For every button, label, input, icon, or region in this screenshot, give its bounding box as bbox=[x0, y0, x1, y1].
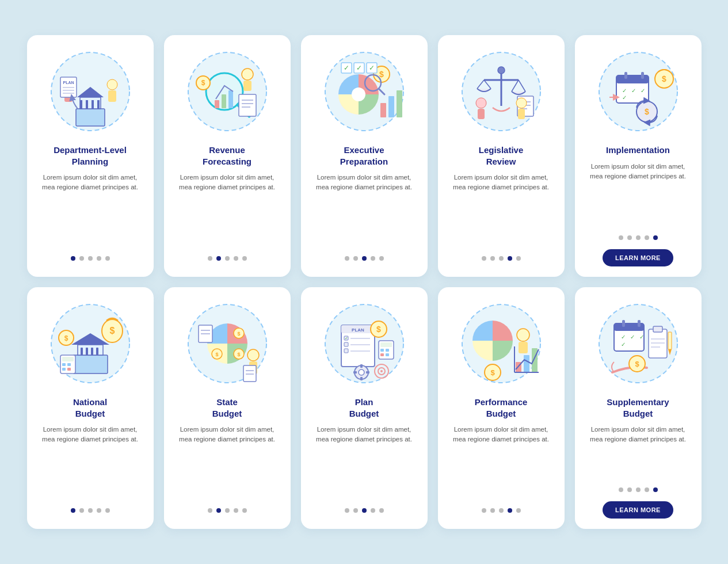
dot-1 bbox=[71, 508, 75, 513]
svg-rect-140 bbox=[360, 377, 363, 380]
dot-5 bbox=[516, 256, 521, 261]
card-national-budget: $ $ National Budget Lorem ipsum dolor si… bbox=[27, 287, 154, 529]
dot-5 bbox=[242, 256, 247, 261]
dot-1 bbox=[345, 508, 349, 513]
svg-text:$: $ bbox=[376, 325, 381, 334]
dot-2 bbox=[627, 487, 632, 492]
svg-rect-167 bbox=[649, 329, 667, 358]
card-desc: Lorem ipsum dolor sit dim amet, mea regi… bbox=[36, 173, 144, 248]
svg-text:✓: ✓ bbox=[621, 341, 626, 348]
svg-point-36 bbox=[352, 87, 365, 101]
card-desc: Lorem ipsum dolor sit dim amet, mea regi… bbox=[173, 173, 281, 248]
svg-rect-141 bbox=[353, 371, 357, 374]
card-title: Executive Preparation bbox=[340, 144, 388, 167]
svg-rect-151 bbox=[524, 355, 529, 372]
dot-3 bbox=[225, 508, 230, 513]
svg-point-145 bbox=[380, 370, 383, 372]
svg-text:✓: ✓ bbox=[639, 334, 644, 340]
card-title: Plan Budget bbox=[349, 397, 379, 419]
dot-4 bbox=[508, 256, 512, 261]
executive-prep-icon: $ ✓ ✓ ✓ bbox=[318, 45, 410, 138]
dot-3 bbox=[362, 256, 367, 261]
dot-1 bbox=[345, 256, 349, 261]
card-supplementary-budget: ✓ ✓ ✓ ✓ $ Supplementary Budget Lorem ips… bbox=[575, 287, 702, 529]
card-dots bbox=[208, 508, 247, 513]
dot-5 bbox=[653, 487, 658, 492]
svg-text:✓: ✓ bbox=[344, 336, 348, 340]
revenue-forecasting-icon: $ bbox=[181, 45, 273, 138]
svg-rect-168 bbox=[653, 326, 662, 332]
svg-rect-111 bbox=[243, 365, 256, 382]
card-executive-prep: $ ✓ ✓ ✓ Executive Preparation Lorem ipsu… bbox=[301, 35, 428, 277]
card-dots bbox=[619, 235, 658, 240]
card-performance-budget: $ Performance Budget Lorem ipsum dolor s… bbox=[438, 287, 565, 529]
dot-2 bbox=[353, 256, 358, 261]
card-title: Performance Budget bbox=[475, 397, 528, 419]
card-state-budget: $ $ $ State Budget Lorem ipsum dolor sit… bbox=[164, 287, 291, 529]
card-title: Supplementary Budget bbox=[607, 397, 669, 419]
dept-planning-icon: PLAN bbox=[44, 45, 136, 138]
svg-text:$: $ bbox=[645, 107, 649, 116]
svg-rect-132 bbox=[380, 342, 392, 347]
card-desc: Lorem ipsum dolor sit dim amet, mea regi… bbox=[447, 173, 555, 248]
svg-rect-4 bbox=[80, 100, 82, 109]
svg-rect-172 bbox=[668, 332, 672, 349]
svg-point-109 bbox=[247, 349, 259, 361]
svg-rect-12 bbox=[108, 90, 116, 102]
svg-rect-142 bbox=[366, 371, 369, 374]
svg-text:✓: ✓ bbox=[622, 87, 627, 94]
card-dept-planning: PLAN Department-Level Planning Lorem ips… bbox=[27, 35, 154, 277]
dot-4 bbox=[97, 508, 101, 513]
card-revenue-forecasting: $ Revenue Forecasting Lorem ipsum dolor … bbox=[164, 35, 291, 277]
dot-5 bbox=[379, 508, 384, 513]
svg-text:$: $ bbox=[635, 360, 639, 368]
svg-rect-134 bbox=[386, 349, 389, 352]
plan-budget-icon: PLAN ✓ $ bbox=[318, 298, 410, 390]
svg-rect-72 bbox=[624, 72, 627, 79]
card-dots bbox=[71, 256, 110, 261]
dot-4 bbox=[371, 508, 375, 513]
learn-more-button[interactable]: LEARN MORE bbox=[603, 249, 673, 266]
svg-point-65 bbox=[516, 98, 527, 108]
legislative-review-icon bbox=[455, 45, 547, 138]
svg-text:PLAN: PLAN bbox=[63, 81, 74, 85]
card-desc: Lorem ipsum dolor sit dim amet, mea regi… bbox=[36, 425, 144, 500]
card-title: National Budget bbox=[73, 397, 107, 419]
svg-text:$: $ bbox=[662, 74, 666, 83]
card-desc: Lorem ipsum dolor sit dim amet, mea regi… bbox=[310, 173, 418, 248]
card-dots bbox=[482, 256, 521, 261]
dot-1 bbox=[208, 508, 212, 513]
learn-more-button-2[interactable]: LEARN MORE bbox=[603, 501, 673, 519]
svg-rect-87 bbox=[86, 348, 88, 355]
svg-point-148 bbox=[517, 329, 529, 341]
svg-text:✓: ✓ bbox=[356, 64, 362, 72]
svg-rect-88 bbox=[91, 348, 93, 355]
dot-3 bbox=[636, 235, 641, 240]
dot-2 bbox=[216, 508, 221, 513]
card-desc: Lorem ipsum dolor sit dim amet, mea regi… bbox=[173, 425, 281, 500]
card-title: Department-Level Planning bbox=[54, 144, 127, 167]
svg-text:$: $ bbox=[109, 326, 115, 336]
svg-text:$: $ bbox=[490, 368, 495, 377]
dot-2 bbox=[490, 256, 495, 261]
svg-rect-22 bbox=[215, 100, 219, 108]
svg-rect-162 bbox=[638, 320, 641, 327]
card-desc: Lorem ipsum dolor sit dim amet, mea regi… bbox=[584, 425, 692, 479]
card-dots bbox=[208, 256, 247, 261]
svg-text:$: $ bbox=[215, 352, 218, 357]
dot-4 bbox=[97, 256, 101, 261]
card-dots bbox=[482, 508, 521, 513]
svg-point-63 bbox=[476, 98, 486, 108]
svg-rect-39 bbox=[397, 90, 402, 117]
card-grid: PLAN Department-Level Planning Lorem ips… bbox=[27, 35, 702, 529]
performance-budget-icon: $ bbox=[455, 298, 547, 390]
dot-4 bbox=[371, 256, 375, 261]
dot-5 bbox=[105, 256, 110, 261]
dot-5 bbox=[105, 508, 110, 513]
card-desc: Lorem ipsum dolor sit dim amet, mea regi… bbox=[310, 425, 418, 500]
dot-1 bbox=[482, 508, 486, 513]
svg-rect-6 bbox=[92, 100, 94, 109]
svg-text:$: $ bbox=[64, 334, 68, 342]
svg-rect-24 bbox=[228, 90, 233, 108]
dot-3 bbox=[499, 256, 504, 261]
